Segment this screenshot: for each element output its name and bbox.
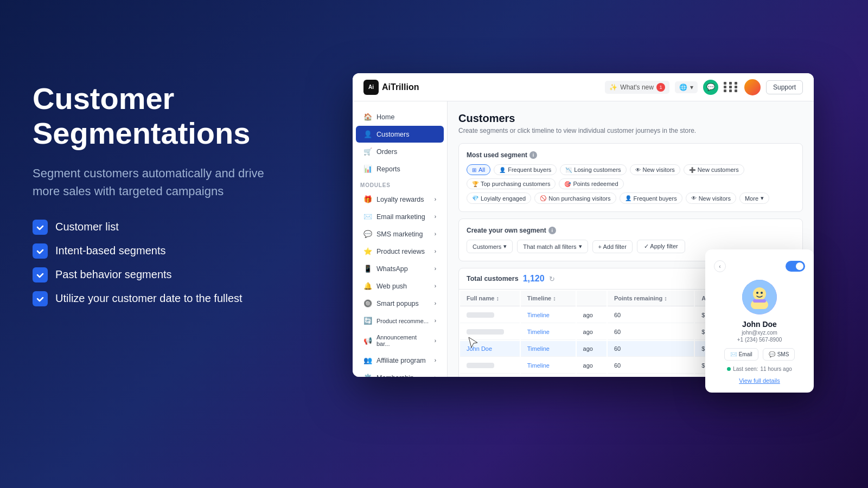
sidebar-item-home[interactable]: 🏠 Home xyxy=(356,108,444,125)
timeline-link[interactable]: Timeline xyxy=(527,345,550,352)
sidebar-item-email[interactable]: ✉️ Email marketing › xyxy=(356,208,444,225)
cell-timeline: Timeline xyxy=(521,375,576,377)
whatsapp-icon: 📱 xyxy=(363,265,372,273)
cell-timeline: Timeline xyxy=(521,358,576,374)
sidebar-item-announcement[interactable]: 📢 Announcement bar... › xyxy=(356,330,444,351)
sidebar-item-reviews[interactable]: ⭐ Product reviews › xyxy=(356,243,444,260)
subtitle: Segment customers automatically and driv… xyxy=(33,164,293,200)
grid-menu-icon[interactable] xyxy=(724,80,739,95)
popup-toggle[interactable] xyxy=(786,261,805,272)
arrow-icon: › xyxy=(435,300,436,306)
feature-customer-list: Customer list xyxy=(33,220,293,235)
timeline-link[interactable]: Timeline xyxy=(527,329,550,335)
entity-filter[interactable]: Customers ▾ xyxy=(467,240,513,253)
sms-button[interactable]: 💬 SMS xyxy=(763,348,795,361)
name-placeholder xyxy=(467,312,494,318)
arrow-icon: › xyxy=(435,266,436,272)
customer-popup: ‹ John Doe john@xyz.com +1 (234) 567-890… xyxy=(705,249,814,393)
whats-new-button[interactable]: ✨ What's new 1 xyxy=(605,81,669,94)
check-icon-1 xyxy=(33,220,48,235)
condition-filter[interactable]: That match all filters ▾ xyxy=(517,240,588,253)
cell-lastseen: ago xyxy=(577,375,607,377)
svg-point-2 xyxy=(756,292,758,294)
arrow-icon: › xyxy=(435,214,436,220)
col-name: Full name ↕ xyxy=(460,291,520,306)
popup-customer-name: John Doe xyxy=(714,320,805,329)
cell-name-john: John Doe xyxy=(460,341,520,357)
seg-loyalty-engaged[interactable]: 💎 Loyialty engaged xyxy=(467,192,531,204)
customer-avatar xyxy=(742,280,777,314)
orders-icon: 🛒 xyxy=(363,147,372,156)
cell-points: 60 xyxy=(608,324,694,340)
sidebar-item-product-rec[interactable]: 🔄 Product recomme... › xyxy=(356,312,444,329)
arrow-icon: › xyxy=(435,338,436,344)
popup-icon: 🔘 xyxy=(363,299,372,307)
timeline-link[interactable]: Timeline xyxy=(527,362,550,369)
main-title: CustomerSegmentations xyxy=(33,81,293,151)
info-icon: i xyxy=(529,151,537,159)
cell-timeline: Timeline xyxy=(521,324,576,340)
add-filter-button[interactable]: + Add filter xyxy=(592,240,633,253)
all-icon: ⊞ xyxy=(472,167,476,173)
refresh-icon[interactable]: ↻ xyxy=(549,275,555,283)
sidebar-item-popups[interactable]: 🔘 Smart popups › xyxy=(356,295,444,312)
support-button[interactable]: Support xyxy=(766,80,803,94)
cell-timeline: Timeline xyxy=(521,341,576,357)
popup-actions: ✉️ Email 💬 SMS xyxy=(714,348,805,361)
sidebar-item-membership[interactable]: ⚙️ Membership › xyxy=(356,369,444,377)
sidebar-item-loyalty[interactable]: 🎁 Loyalty rewards › xyxy=(356,191,444,208)
apply-filter-button[interactable]: ✓ Apply filter xyxy=(637,240,685,253)
top-bar: Ai AiTrillion ✨ What's new 1 🌐 ▾ 💬 Suppo… xyxy=(353,73,814,101)
timeline-link[interactable]: Timeline xyxy=(527,312,550,318)
last-seen-row: Last seen: 11 hours ago xyxy=(714,366,805,372)
sidebar-item-reports[interactable]: 📊 Reports xyxy=(356,160,444,177)
email-btn-icon: ✉️ xyxy=(730,351,737,357)
view-full-details-link[interactable]: View full details xyxy=(714,377,805,384)
email-button[interactable]: ✉️ Email xyxy=(724,348,758,361)
svg-point-3 xyxy=(761,292,763,294)
seg-top-purchasing[interactable]: 🏆 Top purchasing customers xyxy=(467,178,556,189)
user-avatar[interactable] xyxy=(744,79,761,95)
most-used-label: Most used segment i xyxy=(467,151,795,159)
seg-points-redeemed[interactable]: 🎯 Points redeemed xyxy=(559,178,623,189)
arrow-icon: › xyxy=(435,196,436,202)
seg-new-visitors2[interactable]: 👁 New visitors xyxy=(686,192,736,204)
seg-new-customers[interactable]: ➕ New customers xyxy=(684,164,744,175)
arrow-icon: › xyxy=(435,248,436,254)
sidebar: 🏠 Home 👤 Customers 🛒 Orders 📊 Reports MO… xyxy=(353,101,448,377)
cell-lastseen: ago xyxy=(577,307,607,323)
sparkle-icon: ✨ xyxy=(609,84,617,91)
total-label: Total customers xyxy=(467,275,519,282)
cell-name xyxy=(460,375,520,377)
reports-icon: 📊 xyxy=(363,165,372,173)
popup-nav: ‹ xyxy=(714,260,805,272)
seg-losing-customers[interactable]: 📉 Losing customers xyxy=(560,164,626,175)
seg-non-purchasing[interactable]: 🚫 Non purchasing visitors xyxy=(534,192,616,204)
seg-new-visitors[interactable]: 👁 New visitors xyxy=(630,164,680,175)
sidebar-item-whatsapp[interactable]: 📱 WhatsApp › xyxy=(356,260,444,277)
popup-prev-button[interactable]: ‹ xyxy=(714,260,726,272)
notifications-icon[interactable]: 💬 xyxy=(703,80,718,95)
popup-customer-phone: +1 (234) 567-8900 xyxy=(714,337,805,343)
cell-points: 60 xyxy=(608,375,694,377)
sidebar-item-sms[interactable]: 💬 SMS marketing › xyxy=(356,226,444,242)
seg-frequent-buyers[interactable]: 👤 Frequent buyers xyxy=(494,164,557,175)
logo: Ai AiTrillion xyxy=(363,80,419,95)
language-selector[interactable]: 🌐 ▾ xyxy=(675,81,698,93)
sidebar-item-customers[interactable]: 👤 Customers xyxy=(356,126,444,143)
john-doe-link[interactable]: John Doe xyxy=(467,345,492,352)
seg-all[interactable]: ⊞ All xyxy=(467,164,490,175)
info-icon-2: i xyxy=(548,227,556,234)
seg-more[interactable]: More ▾ xyxy=(739,192,769,204)
cell-lastseen: ago xyxy=(577,358,607,374)
check-icon-3 xyxy=(33,267,48,282)
check-icon-2 xyxy=(33,243,48,259)
seg-frequent-buyers2[interactable]: 👤 Frequent buyers xyxy=(620,192,682,204)
sidebar-item-orders[interactable]: 🛒 Orders xyxy=(356,143,444,160)
popup-customer-email: john@xyz.com xyxy=(714,330,805,336)
name-placeholder xyxy=(467,363,494,368)
feature-utilize: Utilize your customer date to the fulles… xyxy=(33,291,293,306)
sidebar-item-webpush[interactable]: 🔔 Web push › xyxy=(356,278,444,294)
arrow-icon: › xyxy=(435,283,436,289)
sidebar-item-affiliate[interactable]: 👥 Affiliate program › xyxy=(356,352,444,369)
